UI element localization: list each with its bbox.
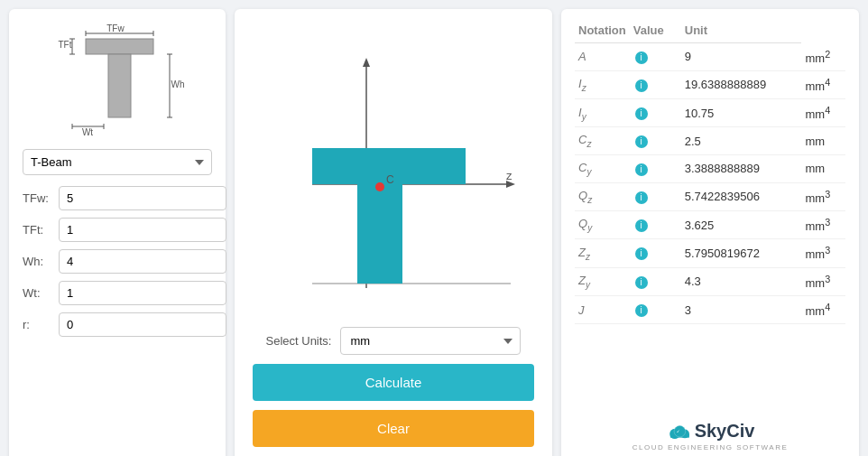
cell-info[interactable]: i (630, 43, 681, 71)
field-row-Wh: Wh: (23, 249, 212, 274)
input-TFt[interactable] (59, 218, 226, 242)
svg-text:TFt: TFt (59, 40, 72, 50)
cell-unit: mm (801, 127, 845, 155)
info-icon[interactable]: i (635, 304, 648, 317)
info-icon[interactable]: i (635, 135, 648, 148)
info-icon[interactable]: i (635, 276, 648, 289)
cell-value: 3.3888888889 (681, 155, 802, 183)
input-Wt[interactable] (59, 281, 226, 305)
table-row: Qyi3.625mm3 (575, 211, 845, 239)
cell-notation: Cz (575, 127, 630, 155)
cell-value: 4.3 (681, 267, 802, 295)
col-unit: Unit (681, 18, 802, 43)
cloud-icon (666, 423, 691, 440)
field-row-TFt: TFt: (23, 218, 212, 242)
cell-info[interactable]: i (630, 99, 681, 127)
col-value: Value (630, 18, 681, 43)
info-icon[interactable]: i (635, 219, 648, 232)
svg-text:z: z (506, 169, 512, 182)
col-notation: Notation (575, 18, 630, 43)
table-row: Zyi4.3mm3 (575, 267, 845, 295)
cell-notation: Zz (575, 239, 630, 267)
info-icon[interactable]: i (635, 79, 648, 92)
field-row-Wt: Wt: (23, 281, 212, 305)
info-icon[interactable]: i (635, 107, 648, 120)
cell-unit: mm4 (801, 70, 845, 98)
cell-unit: mm4 (801, 99, 845, 127)
svg-text:Wt: Wt (82, 127, 93, 137)
info-icon[interactable]: i (635, 163, 648, 176)
cell-value: 10.75 (681, 99, 802, 127)
cell-notation: A (575, 43, 630, 71)
info-icon[interactable]: i (635, 51, 648, 64)
cell-value: 3.625 (681, 211, 802, 239)
unit-row: Select Units: mm cm m in ft (253, 327, 534, 355)
cell-info[interactable]: i (630, 155, 681, 183)
cell-info[interactable]: i (630, 267, 681, 295)
svg-text:Wh: Wh (171, 79, 185, 89)
unit-label: Select Units: (266, 334, 332, 348)
svg-rect-16 (86, 39, 153, 54)
unit-select-wrapper: mm cm m in ft (340, 327, 521, 355)
cell-unit: mm (801, 155, 845, 183)
cell-unit: mm3 (801, 182, 845, 210)
canvas-area: z C (253, 23, 534, 327)
calculate-button[interactable]: Calculate (253, 364, 534, 401)
results-table: Notation Value Unit Ai9mm2Izi19.63888888… (575, 18, 845, 324)
cell-value: 5.7950819672 (681, 239, 802, 267)
cell-notation: Iy (575, 99, 630, 127)
cell-value: 2.5 (681, 127, 802, 155)
label-TFt: TFt: (23, 223, 59, 237)
label-Wh: Wh: (23, 255, 59, 268)
cell-notation: Iz (575, 70, 630, 98)
clear-button[interactable]: Clear (253, 410, 534, 447)
cell-info[interactable]: i (630, 70, 681, 98)
cell-unit: mm2 (801, 43, 845, 71)
table-row: Qzi5.7422839506mm3 (575, 182, 845, 210)
label-Wt: Wt: (23, 286, 59, 300)
unit-select[interactable]: mm cm m in ft (340, 327, 521, 355)
input-Wh[interactable] (59, 249, 226, 274)
table-row: Izi19.6388888889mm4 (575, 70, 845, 98)
cell-value: 5.7422839506 (681, 182, 802, 210)
table-row: Zzi5.7950819672mm3 (575, 239, 845, 267)
cell-info[interactable]: i (630, 295, 681, 323)
cell-info[interactable]: i (630, 127, 681, 155)
shape-select[interactable]: T-Beam I-Beam Rectangle Circle (23, 149, 212, 175)
cell-unit: mm3 (801, 267, 845, 295)
input-TFw[interactable] (59, 186, 226, 210)
skyciv-logo: SkyCiv CLOUD ENGINEERING SOFTWARE (575, 412, 845, 451)
svg-text:C: C (386, 173, 394, 186)
table-row: Iyi10.75mm4 (575, 99, 845, 127)
cell-value: 19.6388888889 (681, 70, 802, 98)
left-panel: TFw TFt Wh Wt (9, 9, 226, 456)
input-r[interactable] (59, 312, 226, 337)
svg-rect-17 (108, 54, 131, 117)
cell-notation: Qy (575, 211, 630, 239)
cell-info[interactable]: i (630, 211, 681, 239)
right-panel: Notation Value Unit Ai9mm2Izi19.63888888… (561, 9, 859, 456)
brand-sub: CLOUD ENGINEERING SOFTWARE (633, 443, 789, 451)
label-TFw: TFw: (23, 191, 59, 205)
cell-info[interactable]: i (630, 239, 681, 267)
field-row-r: r: (23, 312, 212, 337)
table-row: Ji3mm4 (575, 295, 845, 323)
svg-point-26 (375, 182, 384, 191)
cell-value: 9 (681, 43, 802, 71)
info-icon[interactable]: i (635, 191, 648, 204)
brand-name: SkyCiv (695, 421, 755, 442)
svg-text:TFw: TFw (106, 23, 125, 33)
info-icon[interactable]: i (635, 247, 648, 260)
table-row: Ai9mm2 (575, 43, 845, 71)
field-row-TFw: TFw: (23, 186, 212, 210)
table-row: Czi2.5mm (575, 127, 845, 155)
skyciv-brand: SkyCiv (666, 421, 755, 442)
cell-unit: mm3 (801, 239, 845, 267)
cell-info[interactable]: i (630, 182, 681, 210)
cell-unit: mm3 (801, 211, 845, 239)
cell-value: 3 (681, 295, 802, 323)
t-beam-diagram: TFw TFt Wh Wt (36, 23, 199, 140)
table-row: Cyi3.3888888889mm (575, 155, 845, 183)
svg-marker-19 (363, 58, 370, 67)
label-r: r: (23, 318, 59, 331)
